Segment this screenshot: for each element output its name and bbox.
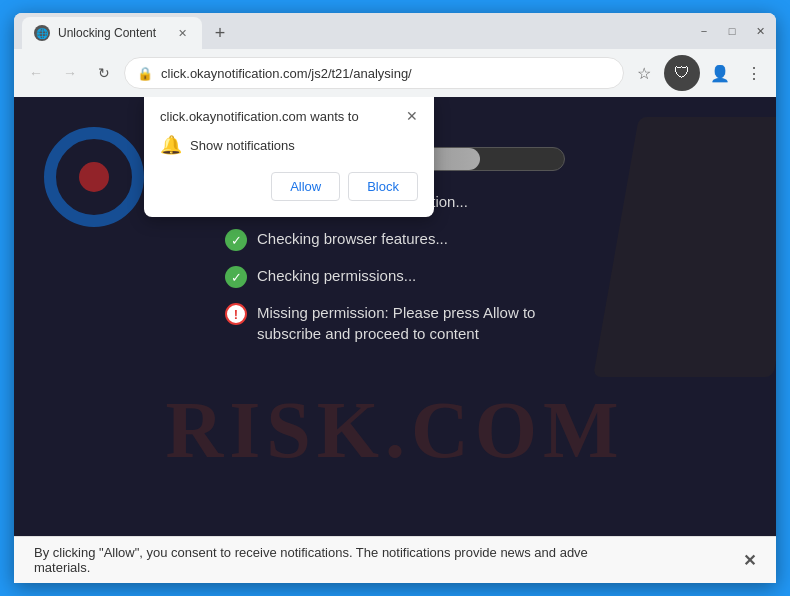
decorative-shape	[593, 117, 776, 377]
lock-icon: 🔒	[137, 66, 153, 81]
bottom-bar-line1: By clicking "Allow", you consent to rece…	[34, 545, 733, 560]
check-text-4: Missing permission: Please press Allow t…	[257, 302, 565, 344]
popup-header: click.okaynotification.com wants to ✕	[160, 109, 418, 124]
content-area: RISK.COM ✓ Checking browser information.…	[14, 97, 776, 536]
new-tab-button[interactable]: +	[206, 19, 234, 47]
title-bar: 🌐 Unlocking Content ✕ + − □ ✕	[14, 13, 776, 49]
tab-close-button[interactable]: ✕	[174, 25, 190, 41]
check-item-2: ✓ Checking browser features...	[225, 228, 565, 251]
address-bar[interactable]: 🔒 click.okaynotification.com/js2/t21/ana…	[124, 57, 624, 89]
check-text-3: Checking permissions...	[257, 265, 416, 286]
notification-label: Show notifications	[190, 138, 295, 153]
check-item-3: ✓ Checking permissions...	[225, 265, 565, 288]
address-bar-row: ← → ↻ 🔒 click.okaynotification.com/js2/t…	[14, 49, 776, 97]
notification-popup: click.okaynotification.com wants to ✕ 🔔 …	[144, 97, 434, 217]
back-button[interactable]: ←	[22, 59, 50, 87]
check-icon-2: ✓	[225, 229, 247, 251]
bottom-bar-close-button[interactable]: ✕	[743, 551, 756, 570]
watermark: RISK.COM	[165, 385, 624, 476]
popup-notification-row: 🔔 Show notifications	[160, 134, 418, 156]
browser-window: 🌐 Unlocking Content ✕ + − □ ✕ ← → ↻ 🔒 cl…	[14, 13, 776, 583]
bottom-bar-text: By clicking "Allow", you consent to rece…	[34, 545, 733, 575]
window-controls: − □ ✕	[696, 23, 768, 39]
shield-button[interactable]: 🛡	[664, 55, 700, 91]
browser-tab[interactable]: 🌐 Unlocking Content ✕	[22, 17, 202, 49]
forward-button[interactable]: →	[56, 59, 84, 87]
bottom-bar-line2: materials.	[34, 560, 733, 575]
menu-button[interactable]: ⋮	[740, 59, 768, 87]
check-icon-3: ✓	[225, 266, 247, 288]
tab-title: Unlocking Content	[58, 26, 166, 40]
profile-button[interactable]: 👤	[706, 59, 734, 87]
tab-favicon: 🌐	[34, 25, 50, 41]
check-item-4: ! Missing permission: Please press Allow…	[225, 302, 565, 344]
block-button[interactable]: Block	[348, 172, 418, 201]
url-text: click.okaynotification.com/js2/t21/analy…	[161, 66, 611, 81]
minimize-button[interactable]: −	[696, 23, 712, 39]
check-icon-4: !	[225, 303, 247, 325]
popup-title: click.okaynotification.com wants to	[160, 109, 359, 124]
popup-close-button[interactable]: ✕	[406, 109, 418, 123]
maximize-button[interactable]: □	[724, 23, 740, 39]
bottom-bar: By clicking "Allow", you consent to rece…	[14, 536, 776, 583]
allow-button[interactable]: Allow	[271, 172, 340, 201]
bell-icon: 🔔	[160, 134, 182, 156]
bookmark-button[interactable]: ☆	[630, 59, 658, 87]
circle-graphic	[44, 127, 144, 227]
close-button[interactable]: ✕	[752, 23, 768, 39]
popup-buttons: Allow Block	[160, 172, 418, 201]
reload-button[interactable]: ↻	[90, 59, 118, 87]
check-text-2: Checking browser features...	[257, 228, 448, 249]
